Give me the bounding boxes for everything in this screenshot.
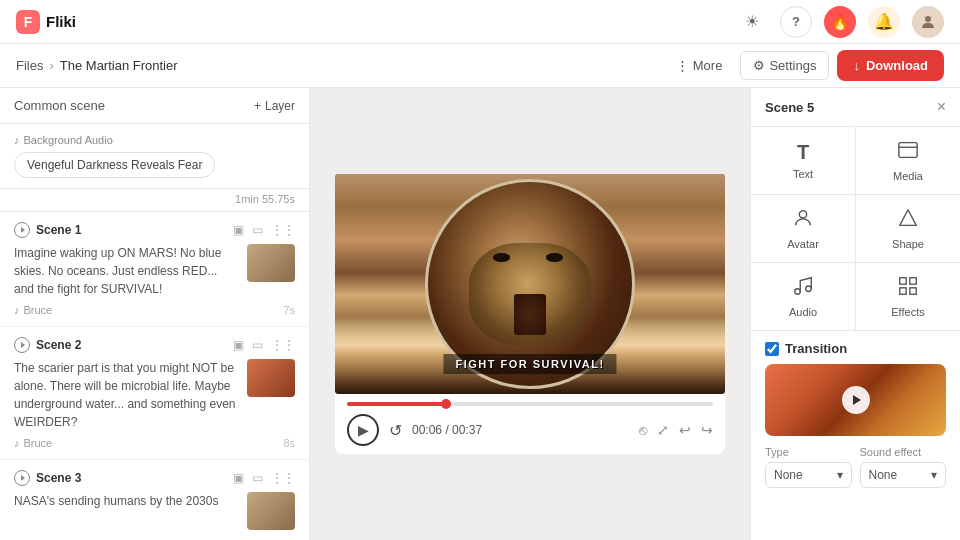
app-name: Fliki — [46, 13, 76, 30]
shape-tool-icon — [897, 207, 919, 234]
tool-text[interactable]: T Text — [751, 127, 855, 194]
right-panel: Scene 5 × T Text Media Avatar — [750, 88, 960, 540]
tool-audio[interactable]: Audio — [751, 263, 855, 330]
scene-1-thumb — [247, 244, 295, 282]
close-panel-button[interactable]: × — [937, 98, 946, 116]
tool-avatar[interactable]: Avatar — [751, 195, 855, 262]
fullscreen-button[interactable]: ⤢ — [657, 422, 669, 438]
app-logo[interactable]: F Fliki — [16, 10, 76, 34]
breadcrumb: Files › The Martian Frontier — [16, 58, 178, 73]
transition-play-button[interactable] — [842, 386, 870, 414]
scene-1-icons: ▣ ▭ ⋮⋮ — [233, 223, 295, 237]
scene-3-video-icon: ▭ — [252, 471, 263, 485]
progress-thumb — [441, 399, 451, 409]
breadcrumb-root[interactable]: Files — [16, 58, 43, 73]
transition-type-select[interactable]: None ▾ — [765, 462, 852, 488]
breadcrumb-current: The Martian Frontier — [60, 58, 178, 73]
chevron-down-icon: ▾ — [837, 468, 843, 482]
play-icon: ▶ — [358, 422, 369, 438]
scene-3-play-icon — [14, 470, 30, 486]
tool-effects[interactable]: Effects — [856, 263, 960, 330]
scene-3-more-icon: ⋮⋮ — [271, 471, 295, 485]
replay-button[interactable]: ↺ — [389, 421, 402, 440]
undo-button[interactable]: ↩ — [679, 422, 691, 438]
redo-button[interactable]: ↪ — [701, 422, 713, 438]
voice-icon-2: ♪ — [14, 437, 20, 449]
scene-2-icons: ▣ ▭ ⋮⋮ — [233, 338, 295, 352]
transition-section: Transition Type None ▾ Sound effect No — [751, 331, 960, 498]
chevron-down-icon-2: ▾ — [931, 468, 937, 482]
left-panel: Common scene + Layer ♪ Background Audio … — [0, 88, 310, 540]
settings-icon: ⚙ — [753, 58, 765, 73]
scene-2-title: Scene 2 — [14, 337, 81, 353]
download-button[interactable]: ↓ Download — [837, 50, 944, 81]
theme-toggle-button[interactable]: ☀ — [736, 6, 768, 38]
audio-section: ♪ Background Audio Vengeful Darkness Rev… — [0, 124, 309, 189]
help-button[interactable]: ? — [780, 6, 812, 38]
scene-1-more-icon: ⋮⋮ — [271, 223, 295, 237]
audio-tool-label: Audio — [789, 306, 817, 318]
svg-point-4 — [806, 286, 812, 292]
video-container: FIGHT FOR SURVIVAL! ▶ ↺ 00:06 / 00:37 — [335, 174, 725, 454]
progress-bar[interactable] — [347, 402, 713, 406]
add-layer-button[interactable]: + Layer — [254, 99, 295, 113]
more-button[interactable]: ⋮ More — [666, 52, 733, 79]
video-frame: FIGHT FOR SURVIVAL! — [335, 174, 725, 394]
effects-tool-label: Effects — [891, 306, 924, 318]
transition-header: Transition — [765, 341, 946, 356]
plus-icon: + — [254, 99, 261, 113]
more-label: More — [693, 58, 723, 73]
transition-checkbox[interactable] — [765, 342, 779, 356]
video-subtitle: FIGHT FOR SURVIVAL! — [443, 354, 616, 374]
svg-rect-8 — [910, 288, 916, 294]
scene-item-3[interactable]: Scene 3 ▣ ▭ ⋮⋮ NASA's sending humans by … — [0, 460, 309, 540]
media-tool-icon — [897, 139, 919, 166]
settings-label: Settings — [769, 58, 816, 73]
scene-item-2[interactable]: Scene 2 ▣ ▭ ⋮⋮ The scarier part is that … — [0, 327, 309, 460]
text-tool-icon: T — [797, 141, 809, 164]
scene-2-video-icon: ▭ — [252, 338, 263, 352]
text-tool-label: Text — [793, 168, 813, 180]
scene-item-1[interactable]: Scene 1 ▣ ▭ ⋮⋮ Imagine waking up ON MARS… — [0, 212, 309, 327]
audio-track-pill[interactable]: Vengeful Darkness Reveals Fear — [14, 152, 215, 178]
transition-type-field: Type None ▾ — [765, 446, 852, 488]
transition-title: Transition — [785, 341, 847, 356]
shape-tool-label: Shape — [892, 238, 924, 250]
share-button[interactable]: ⎋ — [639, 422, 647, 438]
transition-sound-select[interactable]: None ▾ — [860, 462, 947, 488]
scene-2-duration: 8s — [283, 437, 295, 449]
tool-media[interactable]: Media — [856, 127, 960, 194]
scene-1-title: Scene 1 — [14, 222, 81, 238]
voice-icon: ♪ — [14, 304, 20, 316]
ctrl-icons: ⎋ ⤢ ↩ ↪ — [639, 422, 713, 438]
scene-2-thumb — [247, 359, 295, 397]
settings-button[interactable]: ⚙ Settings — [740, 51, 829, 80]
scene-2-voice: ♪ Bruce — [14, 437, 52, 449]
scene-2-text: The scarier part is that you might NOT b… — [14, 359, 239, 431]
more-icon: ⋮ — [676, 58, 689, 73]
svg-rect-5 — [900, 278, 906, 284]
svg-point-3 — [795, 289, 801, 295]
scene-2-footer: ♪ Bruce 8s — [14, 437, 295, 449]
scene-2-play-icon — [14, 337, 30, 353]
svg-rect-6 — [910, 278, 916, 284]
scene-1-body: Imagine waking up ON MARS! No blue skies… — [14, 244, 295, 298]
scene-3-header: Scene 3 ▣ ▭ ⋮⋮ — [14, 470, 295, 486]
transition-preview[interactable] — [765, 364, 946, 436]
scene-1-header: Scene 1 ▣ ▭ ⋮⋮ — [14, 222, 295, 238]
scene-3-title: Scene 3 — [14, 470, 81, 486]
main-layout: Common scene + Layer ♪ Background Audio … — [0, 88, 960, 540]
play-button[interactable]: ▶ — [347, 414, 379, 446]
scene-1-play-icon — [14, 222, 30, 238]
scene-panel-title: Scene 5 — [765, 100, 814, 115]
transition-type-label: Type — [765, 446, 852, 458]
bell-button[interactable]: 🔔 — [868, 6, 900, 38]
flame-button[interactable]: 🔥 — [824, 6, 856, 38]
breadcrumb-separator: › — [49, 58, 53, 73]
scene-1-duration: 7s — [283, 304, 295, 316]
time-display: 00:06 / 00:37 — [412, 423, 629, 437]
svg-rect-1 — [899, 143, 917, 158]
tool-shape[interactable]: Shape — [856, 195, 960, 262]
avatar-button[interactable] — [912, 6, 944, 38]
nav-icons: ☀ ? 🔥 🔔 — [736, 6, 944, 38]
